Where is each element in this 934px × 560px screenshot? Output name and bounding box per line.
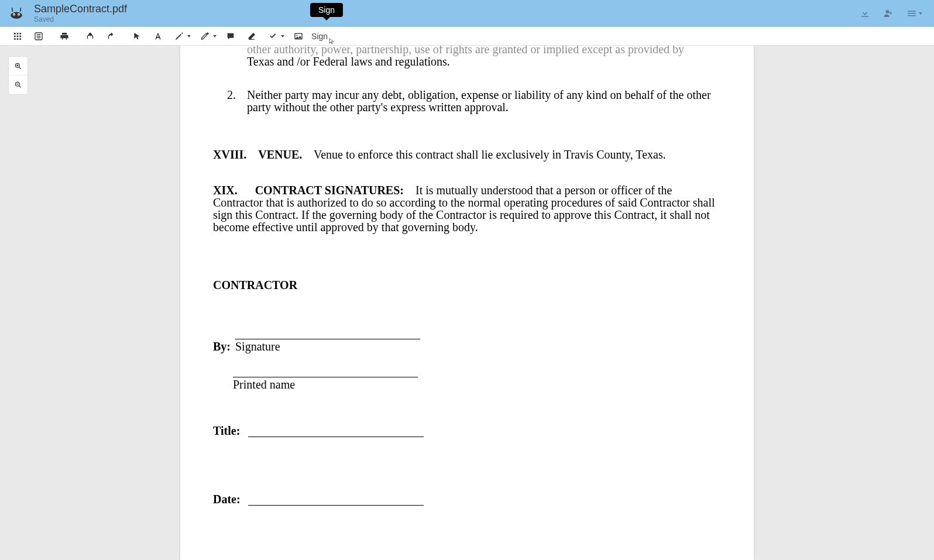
signature-line: [235, 338, 420, 339]
by-signature-row: By: Signature: [213, 338, 721, 353]
sig-roman: XIX.: [213, 184, 238, 197]
toolbar: Sign: [0, 27, 934, 46]
svg-point-0: [11, 12, 22, 19]
svg-rect-13: [14, 38, 16, 40]
app-logo: [6, 3, 27, 24]
svg-rect-15: [19, 38, 21, 40]
svg-rect-11: [17, 35, 19, 37]
menu-button[interactable]: [906, 8, 922, 19]
date-label: Date:: [213, 493, 245, 506]
svg-point-3: [13, 14, 15, 15]
draw-tool[interactable]: [169, 27, 190, 46]
add-collaborator-button[interactable]: [883, 8, 894, 19]
svg-point-6: [20, 8, 21, 9]
text-tool[interactable]: [147, 27, 169, 46]
image-tool[interactable]: [288, 27, 309, 46]
draw-tool-caret[interactable]: [187, 35, 191, 37]
highlight-tool[interactable]: [194, 27, 215, 46]
sign-tooltip: Sign: [310, 3, 343, 17]
outline-button[interactable]: [28, 27, 49, 46]
svg-point-5: [12, 8, 13, 9]
sign-tool[interactable]: Sign: [309, 32, 330, 41]
svg-point-4: [18, 14, 19, 15]
truncated-previous-line: other authority, power, partnership, use…: [213, 46, 721, 56]
venue-text: Venue to enforce this contract shall lie…: [314, 148, 666, 161]
eraser-icon: [247, 32, 256, 41]
printed-name-line: [233, 376, 418, 377]
comment-icon: [226, 32, 235, 41]
grid-icon: [13, 32, 22, 41]
svg-rect-7: [14, 33, 16, 35]
svg-rect-8: [17, 33, 19, 35]
add-person-icon: [883, 8, 894, 19]
check-icon: [268, 32, 277, 41]
highlight-tool-caret[interactable]: [213, 35, 217, 37]
download-button[interactable]: [860, 8, 870, 19]
printed-name-underlabel: Printed name: [233, 379, 721, 391]
title-row: Title:: [213, 425, 721, 437]
list-item-text: Neither party may incur any debt, obliga…: [247, 89, 721, 114]
document-page: other authority, power, partnership, use…: [180, 46, 754, 560]
svg-rect-14: [17, 38, 19, 40]
header-right: [860, 8, 928, 19]
page-area: other authority, power, partnership, use…: [0, 46, 934, 560]
kami-logo-icon: [9, 6, 24, 21]
comment-tool[interactable]: [220, 27, 241, 46]
date-row: Date:: [213, 493, 721, 506]
outline-icon: [34, 32, 43, 41]
list-item-2: 2. Neither party may incur any debt, obl…: [213, 89, 721, 114]
signature-underlabel: Signature: [235, 341, 420, 353]
title-label: Title:: [213, 425, 245, 437]
redo-icon: [107, 32, 116, 41]
pen-icon: [174, 32, 184, 41]
date-line: [248, 504, 424, 506]
redo-button[interactable]: [101, 27, 122, 46]
sign-tool-label: Sign: [311, 32, 328, 41]
svg-point-21: [296, 35, 297, 36]
app-header: SampleContract.pdf Saved Sign: [0, 0, 934, 27]
page-content: other authority, power, partnership, use…: [180, 46, 754, 506]
document-title: SampleContract.pdf: [34, 4, 127, 15]
select-tool[interactable]: [126, 27, 147, 46]
document-status: Saved: [34, 15, 127, 23]
svg-rect-9: [19, 33, 21, 35]
title-block: SampleContract.pdf Saved: [34, 4, 127, 23]
printed-name-row: Printed name: [233, 376, 721, 391]
sig-heading: CONTRACT SIGNATURES:: [255, 184, 404, 197]
print-button[interactable]: [54, 27, 75, 46]
signature-block: Signature: [235, 338, 420, 353]
print-icon: [60, 32, 69, 41]
text-a-icon: [153, 32, 163, 41]
venue-section: XVIII. VENUE. Venue to enforce this cont…: [213, 149, 721, 161]
signatures-section: XIX. CONTRACT SIGNATURES: It is mutually…: [213, 184, 721, 233]
venue-heading: VENUE.: [258, 148, 302, 161]
venue-roman: XVIII.: [213, 148, 246, 161]
check-tool[interactable]: [262, 27, 283, 46]
contractor-heading: CONTRACTOR: [213, 279, 721, 291]
tooltip-text: Sign: [318, 5, 335, 15]
thumbnails-button[interactable]: [7, 27, 28, 46]
image-icon: [294, 32, 303, 41]
highlighter-icon: [200, 32, 210, 41]
svg-rect-12: [19, 35, 21, 37]
eraser-tool[interactable]: [241, 27, 262, 46]
cursor-icon: [132, 32, 142, 41]
hamburger-icon: [906, 8, 917, 19]
undo-icon: [85, 32, 95, 41]
list-item-number: 2.: [227, 89, 247, 114]
download-icon: [860, 8, 870, 19]
title-line: [248, 436, 424, 437]
check-tool-caret[interactable]: [281, 35, 284, 37]
menu-caret-icon: [919, 12, 922, 15]
svg-rect-10: [14, 35, 16, 37]
undo-button[interactable]: [80, 27, 101, 46]
by-label: By:: [213, 341, 232, 353]
item1-continuation: Texas and /or Federal laws and regulatio…: [213, 56, 721, 68]
